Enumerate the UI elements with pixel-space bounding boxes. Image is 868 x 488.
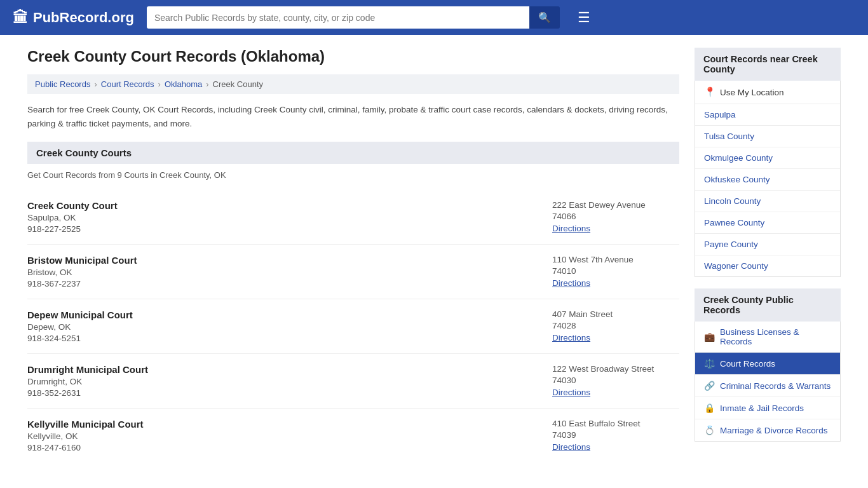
court-list: Creek County Court Sapulpa, OK 918-227-2… xyxy=(27,190,679,463)
pub-link-icon: 🔗 xyxy=(704,381,715,391)
court-phone: 918-324-5251 xyxy=(27,334,552,343)
court-address: 122 West Broadway Street xyxy=(552,364,679,374)
search-input[interactable] xyxy=(147,6,529,29)
menu-icon: ☰ xyxy=(578,10,590,25)
breadcrumb-court-records[interactable]: Court Records xyxy=(101,79,154,89)
breadcrumb-sep-1: › xyxy=(94,79,97,89)
directions-link[interactable]: Directions xyxy=(552,333,590,342)
court-left: Drumright Municipal Court Drumright, OK … xyxy=(27,364,552,398)
court-item: Bristow Municipal Court Bristow, OK 918-… xyxy=(27,245,679,299)
court-phone: 918-367-2237 xyxy=(27,279,552,288)
court-directions: Directions xyxy=(552,223,679,233)
sidebar-nearby-link[interactable]: Lincoln County xyxy=(695,191,840,212)
directions-link[interactable]: Directions xyxy=(552,388,590,397)
search-bar: 🔍 xyxy=(147,6,560,29)
sidebar-pub-link[interactable]: 🔗Criminal Records & Warrants xyxy=(695,375,840,397)
sidebar-pub-link[interactable]: 💍Marriage & Divorce Records xyxy=(695,419,840,441)
court-right: 222 East Dewey Avenue 74066 Directions xyxy=(552,200,679,234)
court-name: Kellyville Municipal Court xyxy=(27,419,552,430)
court-name: Depew Municipal Court xyxy=(27,309,552,320)
sidebar-nearby-links: 📍 Use My Location SapulpaTulsa CountyOkm… xyxy=(695,81,841,277)
courts-count: Get Court Records from 9 Courts in Creek… xyxy=(27,170,679,180)
search-icon: 🔍 xyxy=(538,12,551,23)
content-area: Creek County Court Records (Oklahoma) Pu… xyxy=(27,48,679,463)
sidebar-nearby-link[interactable]: Payne County xyxy=(695,234,840,255)
sidebar-nearby-list: SapulpaTulsa CountyOkmulgee CountyOkfusk… xyxy=(695,104,840,276)
court-zip: 74010 xyxy=(552,266,679,276)
court-left: Depew Municipal Court Depew, OK 918-324-… xyxy=(27,309,552,343)
court-right: 410 East Buffalo Street 74039 Directions xyxy=(552,419,679,452)
court-phone: 918-352-2631 xyxy=(27,388,552,398)
pub-link-label: Marriage & Divorce Records xyxy=(720,426,828,435)
pub-link-label: Court Records xyxy=(720,359,775,369)
pub-link-icon: 💼 xyxy=(704,332,715,342)
court-directions: Directions xyxy=(552,332,679,342)
court-name: Bristow Municipal Court xyxy=(27,255,552,266)
sidebar: Court Records near Creek County 📍 Use My… xyxy=(695,48,841,463)
court-left: Creek County Court Sapulpa, OK 918-227-2… xyxy=(27,200,552,234)
court-item: Depew Municipal Court Depew, OK 918-324-… xyxy=(27,299,679,354)
court-zip: 74039 xyxy=(552,430,679,440)
court-item: Kellyville Municipal Court Kellyville, O… xyxy=(27,409,679,463)
page-title: Creek County Court Records (Oklahoma) xyxy=(27,48,679,65)
logo-text: PubRecord.org xyxy=(33,10,134,26)
menu-button[interactable]: ☰ xyxy=(573,7,595,29)
sidebar-nearby-link[interactable]: Sapulpa xyxy=(695,104,840,126)
main-container: Creek County Court Records (Oklahoma) Pu… xyxy=(15,35,853,475)
directions-link[interactable]: Directions xyxy=(552,278,590,288)
use-location-label: Use My Location xyxy=(720,88,784,97)
pub-link-label: Business Licenses & Records xyxy=(720,327,831,346)
search-button[interactable]: 🔍 xyxy=(529,6,560,29)
court-name: Drumright Municipal Court xyxy=(27,364,552,375)
sidebar-nearby-link[interactable]: Pawnee County xyxy=(695,212,840,234)
court-name: Creek County Court xyxy=(27,200,552,211)
court-left: Bristow Municipal Court Bristow, OK 918-… xyxy=(27,255,552,288)
breadcrumb-public-records[interactable]: Public Records xyxy=(35,79,90,89)
pub-link-label: Criminal Records & Warrants xyxy=(720,381,831,391)
pub-link-icon: ⚖️ xyxy=(704,358,715,369)
breadcrumb-sep-2: › xyxy=(158,79,161,89)
sidebar-pub-link[interactable]: 🔒Inmate & Jail Records xyxy=(695,397,840,419)
breadcrumb-sep-3: › xyxy=(206,79,208,89)
pub-link-label: Inmate & Jail Records xyxy=(720,403,804,413)
location-icon: 📍 xyxy=(704,86,716,98)
court-city: Sapulpa, OK xyxy=(27,213,552,222)
sidebar-nearby-link[interactable]: Wagoner County xyxy=(695,255,840,276)
court-phone: 918-227-2525 xyxy=(27,224,552,234)
court-left: Kellyville Municipal Court Kellyville, O… xyxy=(27,419,552,452)
courts-section-header: Creek County Courts xyxy=(27,142,679,164)
sidebar-nearby-link[interactable]: Okfuskee County xyxy=(695,169,840,191)
sidebar-nearby-link[interactable]: Tulsa County xyxy=(695,126,840,147)
court-directions: Directions xyxy=(552,387,679,397)
breadcrumb-oklahoma[interactable]: Oklahoma xyxy=(165,79,202,89)
logo-icon: 🏛 xyxy=(13,9,28,27)
directions-link[interactable]: Directions xyxy=(552,442,590,452)
court-city: Depew, OK xyxy=(27,322,552,332)
sidebar-nearby-link[interactable]: Okmulgee County xyxy=(695,147,840,169)
court-directions: Directions xyxy=(552,442,679,452)
court-city: Bristow, OK xyxy=(27,268,552,277)
site-logo[interactable]: 🏛 PubRecord.org xyxy=(13,9,134,27)
court-item: Creek County Court Sapulpa, OK 918-227-2… xyxy=(27,190,679,245)
sidebar-nearby-title: Court Records near Creek County xyxy=(695,48,841,81)
court-address: 410 East Buffalo Street xyxy=(552,419,679,428)
breadcrumb-creek-county: Creek County xyxy=(213,79,263,89)
sidebar-public-records-links: 💼Business Licenses & Records⚖️Court Reco… xyxy=(695,322,841,442)
court-right: 122 West Broadway Street 74030 Direction… xyxy=(552,364,679,398)
court-address: 110 West 7th Avenue xyxy=(552,255,679,264)
court-zip: 74066 xyxy=(552,212,679,221)
court-directions: Directions xyxy=(552,278,679,288)
court-address: 222 East Dewey Avenue xyxy=(552,200,679,210)
court-zip: 74028 xyxy=(552,321,679,330)
pub-link-icon: 🔒 xyxy=(704,403,715,413)
sidebar-use-location[interactable]: 📍 Use My Location xyxy=(695,81,840,104)
court-address: 407 Main Street xyxy=(552,309,679,319)
court-right: 110 West 7th Avenue 74010 Directions xyxy=(552,255,679,288)
sidebar-pub-link[interactable]: ⚖️Court Records xyxy=(695,353,840,375)
directions-link[interactable]: Directions xyxy=(552,224,590,233)
breadcrumb: Public Records › Court Records › Oklahom… xyxy=(27,74,679,94)
sidebar-pub-link[interactable]: 💼Business Licenses & Records xyxy=(695,322,840,353)
page-description: Search for free Creek County, OK Court R… xyxy=(27,103,679,130)
court-city: Kellyville, OK xyxy=(27,431,552,441)
court-city: Drumright, OK xyxy=(27,377,552,386)
